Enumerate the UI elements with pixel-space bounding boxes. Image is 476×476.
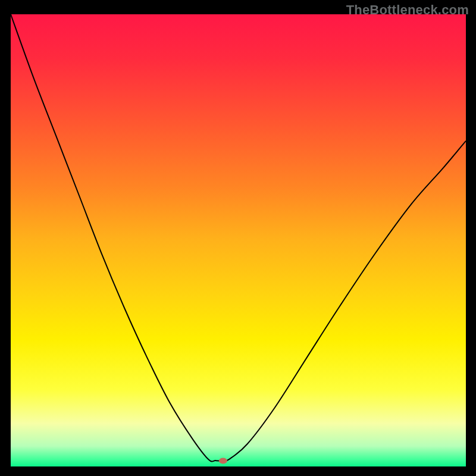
plot-area (11, 14, 466, 466)
bottleneck-plot (11, 14, 466, 466)
optimal-point-marker (219, 458, 227, 464)
chart-frame: TheBottleneck.com (0, 0, 476, 476)
gradient-background (11, 14, 466, 466)
